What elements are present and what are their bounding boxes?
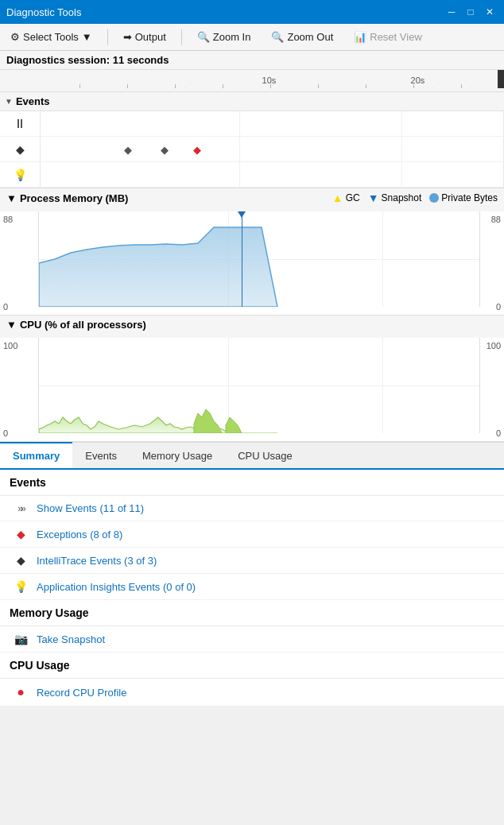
zoom-out-button[interactable]: 🔍 Zoom Out — [266, 29, 339, 45]
minimize-button[interactable]: ─ — [444, 4, 459, 20]
tab-summary[interactable]: Summary — [0, 442, 72, 468]
record-cpu-item[interactable]: ● Record CPU Profile — [0, 679, 504, 707]
show-events-icon: »» — [13, 503, 29, 514]
cpu-y-labels-right: 100 0 — [480, 338, 504, 441]
select-tools-button[interactable]: ⚙ Select Tools ▼ — [5, 29, 98, 45]
event-marker-2: ◆ — [161, 143, 169, 155]
intellitrace-item[interactable]: ◆ IntelliTrace Events (3 of 3) — [0, 548, 504, 574]
gear-icon: ⚙ — [10, 31, 20, 43]
cpu-y-labels-left: 100 0 — [0, 338, 38, 441]
memory-chart-plot — [38, 211, 480, 307]
insights-track — [40, 162, 504, 187]
exception-diamond-icon: ◆ — [13, 528, 29, 540]
memory-title: Process Memory (MB) — [20, 192, 129, 204]
dropdown-arrow-icon: ▼ — [82, 31, 92, 43]
exception-event-row: ◆ ◆ ◆ ◆ — [0, 137, 504, 162]
event-marker-3: ◆ — [193, 143, 201, 155]
snapshot-marker — [242, 211, 242, 307]
events-chart: ⏸ ◆ ◆ ◆ ◆ 💡 — [0, 111, 504, 188]
record-circle-icon: ● — [13, 685, 29, 699]
insights-icon: 💡 — [0, 168, 40, 181]
private-bytes-legend: Private Bytes — [429, 192, 498, 203]
reset-icon: 📊 — [354, 31, 366, 43]
tab-events[interactable]: Events — [72, 443, 130, 468]
memory-section: ▼ Process Memory (MB) ▲ GC ▼ Snapshot Pr… — [0, 188, 504, 316]
zoom-in-button[interactable]: 🔍 Zoom In — [192, 29, 257, 45]
tab-memory-usage[interactable]: Memory Usage — [130, 443, 225, 468]
memory-y-labels-left: 88 0 — [0, 211, 38, 315]
ruler-20s: 20s — [411, 76, 425, 85]
memory-chart-container: 88 0 — [0, 211, 504, 315]
summary-memory-title: Memory Usage — [0, 600, 504, 626]
reset-view-button[interactable]: 📊 Reset View — [348, 29, 428, 45]
take-snapshot-item[interactable]: 📷 Take Snapshot — [0, 626, 504, 653]
svg-marker-7 — [226, 417, 242, 433]
zoom-out-icon: 🔍 — [271, 31, 284, 43]
ruler-10s: 10s — [262, 76, 277, 85]
collapse-triangle-icon: ▼ — [5, 97, 13, 106]
show-events-item[interactable]: »» Show Events (11 of 11) — [0, 496, 504, 521]
intellitrace-diamond-icon: ◆ — [13, 554, 29, 567]
snapshot-legend: ▼ Snapshot — [368, 192, 422, 204]
summary-panel: Events »» Show Events (11 of 11) ◆ Excep… — [0, 470, 504, 707]
title-bar: Diagnostic Tools ─ □ ✕ — [0, 0, 504, 24]
cpu-chart-plot — [38, 338, 480, 433]
event-marker-1: ◆ — [124, 143, 132, 155]
pause-event-row: ⏸ — [0, 111, 504, 137]
session-info: Diagnostics session: 11 seconds — [0, 51, 504, 70]
record-cpu-link[interactable]: Record CPU Profile — [37, 687, 126, 699]
insights-link[interactable]: Application Insights Events (0 of 0) — [37, 581, 196, 593]
snapshot-triangle-icon — [238, 211, 246, 218]
toolbar-separator — [107, 29, 108, 45]
svg-marker-5 — [39, 417, 277, 433]
timeline-ruler: 10s 20s — [0, 70, 504, 92]
window-title: Diagnostic Tools — [6, 6, 81, 18]
svg-rect-3 — [79, 70, 504, 88]
close-button[interactable]: ✕ — [482, 4, 498, 20]
events-title: Events — [16, 95, 50, 107]
exceptions-link[interactable]: Exceptions (8 of 8) — [37, 529, 122, 540]
gc-legend: ▲ GC — [332, 192, 360, 204]
toolbar-separator-2 — [181, 29, 182, 45]
svg-marker-6 — [194, 409, 222, 433]
summary-cpu-title: CPU Usage — [0, 653, 504, 679]
charts-area: ▼ Events ⏸ ◆ ◆ ◆ ◆ 💡 — [0, 92, 504, 442]
ruler-track: 10s 20s — [79, 70, 504, 88]
memory-header: ▼ Process Memory (MB) ▲ GC ▼ Snapshot Pr… — [0, 188, 504, 207]
private-bytes-icon — [429, 193, 439, 203]
tab-cpu-usage[interactable]: CPU Usage — [225, 443, 305, 468]
insights-bulb-icon: 💡 — [13, 580, 29, 593]
summary-events-title: Events — [0, 470, 504, 496]
cpu-chart-container: 100 0 — [0, 338, 504, 441]
insights-item[interactable]: 💡 Application Insights Events (0 of 0) — [0, 574, 504, 600]
restore-button[interactable]: □ — [463, 4, 479, 20]
zoom-in-icon: 🔍 — [197, 31, 210, 43]
toolbar: ⚙ Select Tools ▼ ➡ Output 🔍 Zoom In 🔍 Zo… — [0, 24, 504, 51]
output-icon: ➡ — [123, 31, 132, 43]
memory-legend: ▲ GC ▼ Snapshot Private Bytes — [332, 192, 498, 204]
exceptions-item[interactable]: ◆ Exceptions (8 of 8) — [0, 521, 504, 548]
cpu-collapse-icon: ▼ — [6, 319, 17, 331]
output-button[interactable]: ➡ Output — [118, 29, 172, 45]
pause-icon: ⏸ — [0, 117, 40, 131]
exception-track: ◆ ◆ ◆ — [40, 137, 504, 161]
snapshot-legend-icon: ▼ — [368, 192, 379, 204]
show-events-link[interactable]: Show Events (11 of 11) — [37, 502, 144, 514]
memory-collapse-icon: ▼ — [6, 192, 17, 204]
cpu-section: ▼ CPU (% of all processors) 100 0 — [0, 316, 504, 442]
window-controls: ─ □ ✕ — [444, 4, 498, 20]
pause-track — [40, 111, 504, 136]
insights-event-row: 💡 — [0, 162, 504, 188]
intellitrace-link[interactable]: IntelliTrace Events (3 of 3) — [37, 555, 157, 567]
exception-row-icon: ◆ — [0, 143, 40, 156]
gc-icon: ▲ — [332, 192, 343, 204]
camera-icon: 📷 — [13, 633, 29, 645]
cpu-header: ▼ CPU (% of all processors) — [0, 316, 504, 334]
memory-y-labels-right: 88 0 — [480, 211, 504, 315]
bottom-tabs: Summary Events Memory Usage CPU Usage — [0, 442, 504, 470]
cpu-title: CPU (% of all processors) — [20, 319, 146, 331]
take-snapshot-link[interactable]: Take Snapshot — [37, 633, 105, 645]
events-section-header: ▼ Events — [0, 92, 504, 111]
